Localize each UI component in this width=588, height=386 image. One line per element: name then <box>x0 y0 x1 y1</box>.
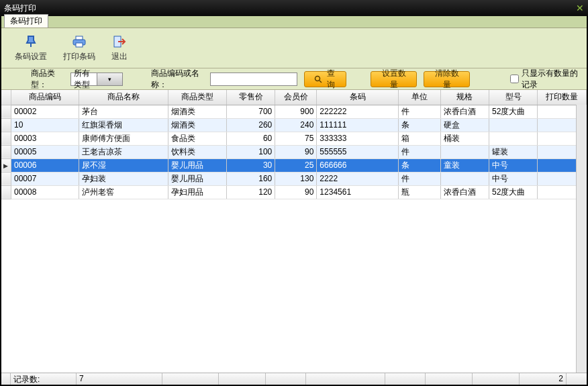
cell-code: 00002 <box>11 105 79 118</box>
col-name[interactable]: 商品名称 <box>79 90 168 105</box>
cell-cat: 饮料类 <box>168 145 226 158</box>
cell-name: 泸州老窖 <box>79 185 168 199</box>
cell-name: 王老吉凉茶 <box>79 145 168 158</box>
table-row[interactable]: 00003康师傅方便面食品类6075333333箱桶装 <box>1 132 587 145</box>
cell-unit: 件 <box>399 172 440 185</box>
status-cell <box>1 373 11 385</box>
cell-spec <box>440 172 489 185</box>
cell-unit: 瓶 <box>399 185 440 199</box>
cell-retail: 120 <box>226 185 275 199</box>
cell-model: 中号 <box>489 158 538 172</box>
status-cell <box>385 373 426 385</box>
row-indicator <box>1 172 11 185</box>
cell-code: 00007 <box>11 172 79 185</box>
cell-barcode: 222222 <box>317 105 399 118</box>
vertical-scrollbar[interactable] <box>576 105 587 373</box>
cell-retail: 30 <box>226 158 275 172</box>
col-barcode[interactable]: 条码 <box>317 90 399 105</box>
titlebar: 条码打印 ✕ <box>0 0 588 16</box>
table-row[interactable]: 00008泸州老窖孕妇用品120901234561瓶浓香白酒52度大曲0 <box>1 185 587 199</box>
cell-member: 900 <box>275 105 317 118</box>
cell-code: 00008 <box>11 185 79 199</box>
exit-button[interactable]: 退出 <box>111 34 128 62</box>
product-code-label: 商品编码或名称： <box>130 68 203 91</box>
cell-spec <box>440 145 489 158</box>
cell-spec: 硬盒 <box>440 118 489 132</box>
statusbar: 记录数:72 <box>1 373 587 385</box>
cell-retail: 260 <box>226 118 275 132</box>
cell-member: 90 <box>275 185 317 199</box>
cell-cat: 烟酒类 <box>168 118 226 132</box>
col-model[interactable]: 型号 <box>489 90 538 105</box>
cell-unit: 条 <box>399 118 440 132</box>
col-qty[interactable]: 打印数量 <box>538 90 587 105</box>
table-row[interactable]: 00002茅台烟酒类700900222222件浓香白酒52度大曲2 <box>1 105 587 118</box>
cell-barcode: 555555 <box>317 145 399 158</box>
product-type-value: 所有类型 <box>71 68 97 91</box>
toolbar-label: 打印条码 <box>63 51 95 62</box>
cell-spec: 童装 <box>440 158 489 172</box>
cell-unit: 条 <box>399 158 440 172</box>
cell-cat: 婴儿用品 <box>168 158 226 172</box>
chevron-down-icon: ▾ <box>97 73 123 85</box>
status-cell: 7 <box>77 373 162 385</box>
cell-barcode: 2222 <box>317 172 399 185</box>
cell-retail: 700 <box>226 105 275 118</box>
status-cell: 2 <box>520 373 567 385</box>
col-unit[interactable]: 单位 <box>399 90 440 105</box>
col-spec[interactable]: 规格 <box>440 90 489 105</box>
tabstrip: 条码打印 <box>1 16 587 28</box>
col-member[interactable]: 会员价 <box>275 90 317 105</box>
cell-code: 00005 <box>11 145 79 158</box>
cell-cat: 食品类 <box>168 132 226 145</box>
print-barcode-button[interactable]: 打印条码 <box>63 34 95 62</box>
col-retail[interactable]: 零售价 <box>226 90 275 105</box>
cell-barcode: 333333 <box>317 132 399 145</box>
status-cell <box>162 373 219 385</box>
cell-cat: 烟酒类 <box>168 105 226 118</box>
cell-model: 罐装 <box>489 145 538 158</box>
cell-model: 中号 <box>489 172 538 185</box>
cell-barcode: 666666 <box>317 158 399 172</box>
cell-cat: 婴儿用品 <box>168 172 226 185</box>
product-code-input[interactable] <box>210 73 297 86</box>
row-indicator-header <box>1 90 11 105</box>
cell-code: 00006 <box>11 158 79 172</box>
cell-model <box>489 118 538 132</box>
cell-unit: 件 <box>399 105 440 118</box>
cell-spec: 桶装 <box>440 132 489 145</box>
status-cell <box>426 373 473 385</box>
cell-code: 10 <box>11 118 79 132</box>
cell-member: 75 <box>275 132 317 145</box>
row-indicator <box>1 145 11 158</box>
row-indicator <box>1 132 11 145</box>
col-code[interactable]: 商品编码 <box>11 90 79 105</box>
query-button[interactable]: 查询 <box>304 71 346 87</box>
cell-barcode: 1234561 <box>317 185 399 199</box>
cell-model <box>489 132 538 145</box>
only-with-qty-checkbox[interactable]: 只显示有数量的记录 <box>489 68 579 91</box>
table-row[interactable]: 00006尿不湿婴儿用品3025666666条童装中号 <box>1 158 587 172</box>
svg-rect-2 <box>76 43 83 47</box>
table-row[interactable]: 00007孕妇装婴儿用品1601302222件中号 <box>1 172 587 185</box>
barcode-settings-button[interactable]: 条码设置 <box>15 34 47 62</box>
close-icon[interactable]: ✕ <box>576 3 584 13</box>
product-type-select[interactable]: 所有类型 ▾ <box>70 73 123 86</box>
only-with-qty-input[interactable] <box>510 75 519 83</box>
table-row[interactable]: 10红旗渠香烟烟酒类260240111111条硬盒0 <box>1 118 587 132</box>
cell-retail: 160 <box>226 172 275 185</box>
col-cat[interactable]: 商品类型 <box>168 90 226 105</box>
search-icon <box>314 75 322 83</box>
toolbar-label: 退出 <box>111 51 128 62</box>
row-indicator <box>1 185 11 199</box>
toolbar: 条码设置 打印条码 退出 <box>1 28 587 68</box>
toolbar-label: 条码设置 <box>15 51 47 62</box>
cell-member: 130 <box>275 172 317 185</box>
set-qty-button[interactable]: 设置数量 <box>371 71 417 87</box>
data-grid[interactable]: 商品编码商品名称商品类型零售价会员价条码单位规格型号打印数量 00002茅台烟酒… <box>1 90 587 373</box>
svg-point-4 <box>315 76 320 81</box>
clear-qty-button[interactable]: 清除数量 <box>424 71 470 87</box>
row-indicator <box>1 158 11 172</box>
table-row[interactable]: 00005王老吉凉茶饮料类10090555555件罐装 <box>1 145 587 158</box>
tab-barcode-print[interactable]: 条码打印 <box>4 14 48 28</box>
